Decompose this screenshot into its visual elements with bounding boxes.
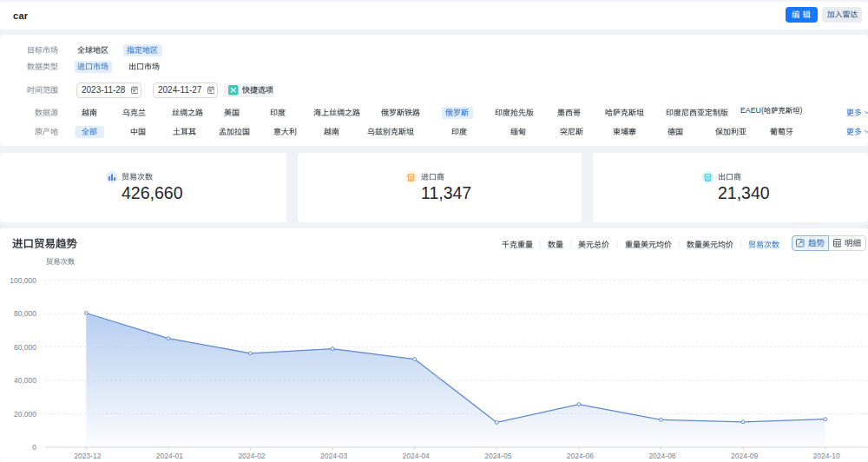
svg-text:2024-05: 2024-05 xyxy=(484,452,511,460)
svg-text:100,000: 100,000 xyxy=(10,276,36,285)
svg-text:0: 0 xyxy=(32,443,36,452)
svg-text:80,000: 80,000 xyxy=(14,309,36,318)
svg-text:40,000: 40,000 xyxy=(14,376,36,385)
svg-text:2024-09: 2024-09 xyxy=(731,452,758,460)
svg-text:2024-01: 2024-01 xyxy=(156,452,183,460)
svg-text:2024-06: 2024-06 xyxy=(567,452,594,460)
svg-text:2024-04: 2024-04 xyxy=(403,452,430,460)
svg-text:2024-10: 2024-10 xyxy=(813,452,840,460)
svg-text:2023-12: 2023-12 xyxy=(74,452,101,460)
svg-text:2024-03: 2024-03 xyxy=(320,452,347,460)
svg-text:20,000: 20,000 xyxy=(14,410,36,419)
svg-text:2024-08: 2024-08 xyxy=(648,452,675,460)
svg-text:2024-02: 2024-02 xyxy=(238,452,265,460)
svg-text:60,000: 60,000 xyxy=(14,343,36,352)
